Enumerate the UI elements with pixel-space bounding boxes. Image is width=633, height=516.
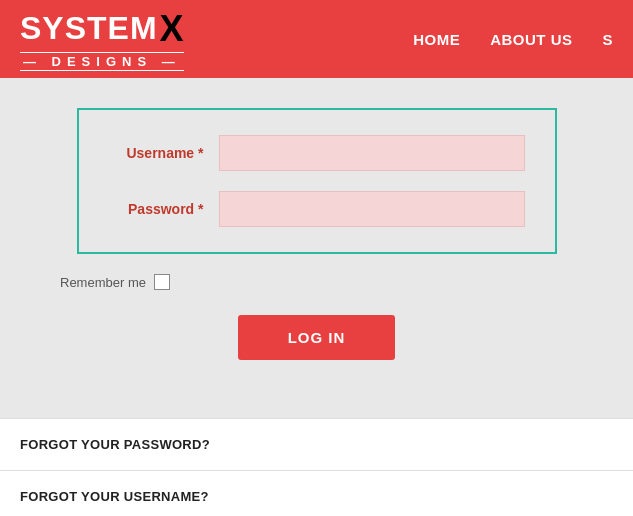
logo-x-text: X bbox=[160, 8, 184, 50]
accordion-item-forgot-username[interactable]: FORGOT YOUR USERNAME? bbox=[0, 471, 633, 516]
password-input[interactable] bbox=[219, 191, 525, 227]
header: SYSTEM X — DESIGNS — HOME ABOUT US S bbox=[0, 0, 633, 78]
login-button[interactable]: LOG IN bbox=[238, 315, 396, 360]
logo-top: SYSTEM X bbox=[20, 8, 184, 50]
nav-item-more[interactable]: S bbox=[602, 31, 613, 48]
password-row: Password * bbox=[109, 191, 525, 227]
remember-label: Remember me bbox=[60, 275, 146, 290]
accordion-item-forgot-password[interactable]: FORGOT YOUR PASSWORD? bbox=[0, 419, 633, 471]
username-row: Username * bbox=[109, 135, 525, 171]
username-label: Username * bbox=[109, 145, 219, 161]
accordion-section: FORGOT YOUR PASSWORD? FORGOT YOUR USERNA… bbox=[0, 418, 633, 516]
username-input[interactable] bbox=[219, 135, 525, 171]
logo-system-text: SYSTEM bbox=[20, 10, 158, 47]
password-label: Password * bbox=[109, 201, 219, 217]
remember-row: Remember me bbox=[30, 274, 603, 290]
nav-item-home[interactable]: HOME bbox=[413, 31, 460, 48]
logo-designs-text: — DESIGNS — bbox=[20, 52, 184, 71]
nav-item-about[interactable]: ABOUT US bbox=[490, 31, 572, 48]
main-nav: HOME ABOUT US S bbox=[413, 31, 613, 48]
login-button-wrapper: LOG IN bbox=[30, 315, 603, 360]
logo: SYSTEM X — DESIGNS — bbox=[20, 8, 184, 71]
login-box: Username * Password * bbox=[77, 108, 557, 254]
main-content: Username * Password * Remember me LOG IN bbox=[0, 78, 633, 418]
remember-checkbox[interactable] bbox=[154, 274, 170, 290]
